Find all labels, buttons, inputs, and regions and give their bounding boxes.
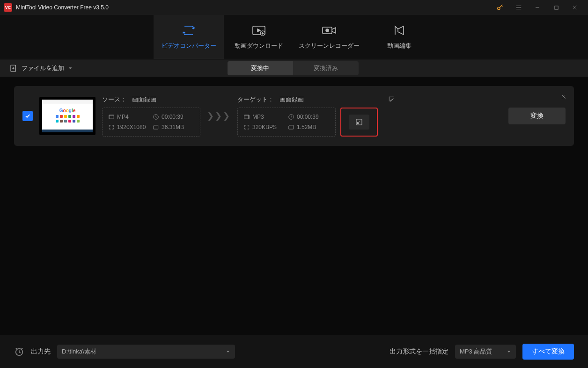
item-checkbox[interactable] [22, 111, 33, 121]
tab-label: 動画ダウンロード [235, 42, 283, 50]
tab-video-converter[interactable]: ビデオコンバーター [154, 15, 224, 59]
video-thumbnail[interactable]: Google [39, 97, 96, 135]
chevron-down-icon [68, 66, 73, 71]
target-label: ターゲット： [237, 96, 274, 103]
tab-video-download[interactable]: 動画ダウンロード [224, 15, 294, 59]
target-format: MP3 [252, 114, 264, 120]
convert-all-button[interactable]: すべて変換 [522, 344, 574, 360]
toolbar: ファイルを追加 変換中 変換済み [0, 59, 588, 77]
svg-point-5 [326, 29, 329, 32]
close-button[interactable] [566, 0, 584, 15]
output-path-value: D:\tinka\素材 [62, 347, 96, 356]
segment-converted[interactable]: 変換済み [293, 61, 359, 75]
maximize-button[interactable] [547, 0, 566, 15]
tab-label: ビデオコンバーター [162, 42, 216, 50]
alarm-icon[interactable] [14, 346, 24, 357]
source-resolution: 1920X1080 [117, 124, 146, 130]
chevron-down-icon [507, 349, 511, 354]
add-file-button[interactable]: ファイルを追加 [9, 64, 73, 72]
chevron-down-icon [226, 349, 230, 354]
upgrade-key-icon[interactable] [491, 0, 509, 15]
target-size: 1.52MB [297, 124, 316, 130]
close-icon [561, 94, 566, 100]
clock-icon [153, 114, 159, 120]
target-duration: 00:00:39 [297, 114, 319, 120]
check-icon [24, 113, 31, 119]
format-preset-value: MP3 高品質 [460, 347, 492, 356]
tab-label: 動画編集 [387, 42, 412, 50]
resolution-icon [108, 124, 115, 130]
batch-format-label: 出力形式を一括指定 [390, 347, 448, 356]
source-label: ソース： [102, 96, 126, 103]
title-bar: VC MiniTool Video Converter Free v3.5.0 [0, 0, 588, 15]
source-size: 36.31MB [162, 124, 184, 130]
nav-tabs: ビデオコンバーター 動画ダウンロード スクリーンレコーダー 動画編集 [0, 15, 588, 59]
output-dest-label: 出力先 [31, 347, 51, 356]
menu-button[interactable] [509, 0, 528, 15]
convert-icon [182, 24, 196, 37]
bitrate-icon [243, 124, 250, 130]
filesize-icon [153, 124, 159, 130]
source-name: 画面録画 [132, 96, 156, 103]
format-icon [243, 114, 250, 120]
compress-button[interactable] [349, 115, 369, 130]
arrow-icon: ❯❯❯ [207, 111, 231, 121]
app-title: MiniTool Video Converter Free v3.5.0 [16, 4, 109, 11]
highlight-annotation [340, 108, 378, 137]
add-file-label: ファイルを追加 [22, 64, 64, 72]
footer-bar: 出力先 D:\tinka\素材 出力形式を一括指定 MP3 高品質 すべて変換 [0, 335, 588, 368]
target-info: ターゲット： 画面録画 MP3 00:00 [237, 95, 395, 137]
compress-icon [355, 118, 363, 126]
add-file-icon [9, 64, 18, 72]
format-icon [108, 114, 115, 120]
tab-screen-recorder[interactable]: スクリーンレコーダー [294, 15, 364, 59]
app-logo-icon: VC [4, 3, 12, 12]
edit-icon [393, 24, 405, 37]
recorder-icon [322, 24, 337, 37]
content-area: Google ソース： 画面録画 MP4 [0, 77, 588, 155]
source-duration: 00:00:39 [162, 114, 184, 120]
download-icon [252, 24, 266, 37]
edit-icon [388, 96, 395, 102]
remove-item-button[interactable] [561, 94, 566, 101]
output-path-select[interactable]: D:\tinka\素材 [57, 345, 235, 359]
format-preset-select[interactable]: MP3 高品質 [455, 345, 516, 359]
status-segment: 変換中 変換済み [228, 61, 359, 75]
convert-button[interactable]: 変換 [508, 108, 566, 124]
target-name: 画面録画 [279, 96, 304, 103]
clock-icon [288, 114, 294, 120]
tab-label: スクリーンレコーダー [299, 42, 360, 50]
conversion-item: Google ソース： 画面録画 MP4 [14, 86, 574, 146]
tab-video-edit[interactable]: 動画編集 [364, 15, 434, 59]
filesize-icon [288, 124, 294, 130]
edit-target-button[interactable] [388, 96, 395, 104]
svg-rect-1 [554, 6, 558, 9]
segment-converting[interactable]: 変換中 [228, 61, 293, 75]
svg-point-0 [498, 7, 500, 9]
target-bitrate: 320KBPS [252, 124, 277, 130]
source-format: MP4 [117, 114, 129, 120]
minimize-button[interactable] [528, 0, 547, 15]
source-info: ソース： 画面録画 MP4 00:00:39 [102, 95, 200, 137]
